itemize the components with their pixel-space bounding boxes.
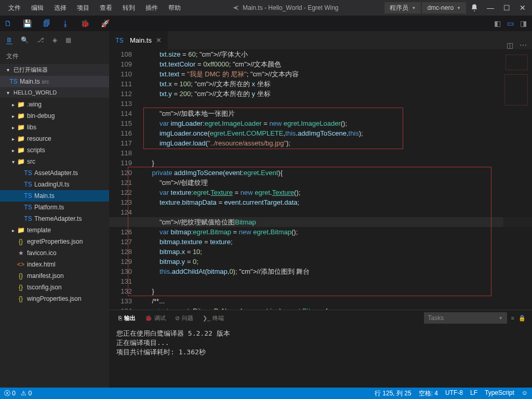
menu-4[interactable]: 查看: [95, 1, 117, 16]
panel-output[interactable]: 您正在使用白鹭编译器 5.2.22 版本 正在编译项目... 项目共计编译耗时:…: [109, 326, 532, 388]
wing-icon: [232, 4, 240, 11]
scm-icon[interactable]: ⎇: [37, 36, 44, 44]
panel-tab-terminal[interactable]: ❯_ 终端: [200, 313, 227, 323]
menu-3[interactable]: 项目: [72, 1, 95, 16]
panel: ⎘ 输出 🐞 调试 ⊘ 问题 ❯_ 终端 Tasks▼ ≡ 🔒 您正在使用白鹭编…: [109, 310, 532, 388]
launch-icon[interactable]: 🚀: [101, 19, 110, 28]
file-egretProperties.json[interactable]: {}egretProperties.json: [0, 236, 109, 247]
folder-.wing[interactable]: ▸📁.wing: [0, 99, 109, 110]
close-button[interactable]: ✕: [515, 2, 530, 14]
file-wingProperties.json[interactable]: {}wingProperties.json: [0, 293, 109, 304]
status-spaces[interactable]: 空格: 4: [419, 389, 438, 398]
minimize-button[interactable]: —: [483, 2, 498, 14]
menu-5[interactable]: 转到: [117, 1, 140, 16]
layout-split-v-icon[interactable]: ◨: [519, 18, 528, 29]
layout-split-h-icon[interactable]: ◧: [493, 18, 502, 29]
download-icon[interactable]: ⭳: [62, 19, 69, 28]
folder-scripts[interactable]: ▸📁scripts: [0, 144, 109, 156]
role-dropdown[interactable]: 程序员▼: [384, 2, 421, 14]
editor: TS Main.ts ✕ ◫ ⋯ 10810911011111211311411…: [109, 31, 532, 388]
status-bar: ⓧ 0 ⚠ 0 行 125, 列 25 空格: 4 UTF-8 LF TypeS…: [0, 388, 532, 399]
debug-icon[interactable]: 🐞: [81, 19, 89, 28]
split-editor-icon[interactable]: ◫: [507, 41, 513, 49]
panel-tab-problems[interactable]: ⊘ 问题: [172, 313, 196, 323]
menu-2[interactable]: 选择: [49, 1, 72, 16]
status-encoding[interactable]: UTF-8: [445, 389, 463, 398]
folder-bin-debug[interactable]: ▸📁bin-debug: [0, 110, 109, 122]
file-favicon.ico[interactable]: ★favicon.ico: [0, 247, 109, 259]
open-editor-item[interactable]: TSMain.ts src: [0, 76, 109, 87]
file-Main.ts[interactable]: TSMain.ts: [0, 190, 109, 202]
file-manifest.json[interactable]: {}manifest.json: [0, 270, 109, 282]
panel-tab-debug[interactable]: 🐞 调试: [142, 313, 169, 323]
explorer-icon[interactable]: 🗎: [6, 36, 12, 44]
folder-src[interactable]: ▾📁src: [0, 156, 109, 167]
menu-items: 文件编辑选择项目查看转到插件帮助: [0, 1, 186, 16]
menu-0[interactable]: 文件: [3, 1, 26, 16]
code-area[interactable]: 1081091101111121131141151161171181191201…: [109, 49, 532, 310]
window-title: Main.ts - Hello_World - Egret Wing: [186, 4, 384, 11]
status-feedback-icon[interactable]: ☺: [522, 389, 528, 398]
folder-template[interactable]: ▸📁template: [0, 224, 109, 236]
minimap[interactable]: [503, 49, 532, 310]
save-all-icon[interactable]: 🗐: [43, 19, 50, 28]
file-AssetAdapter.ts[interactable]: TSAssetAdapter.ts: [0, 167, 109, 179]
file-Platform.ts[interactable]: TSPlatform.ts: [0, 202, 109, 213]
project-header[interactable]: ▾HELLO_WORLD: [0, 87, 109, 98]
save-icon[interactable]: 💾: [23, 19, 32, 28]
status-eol[interactable]: LF: [470, 389, 477, 398]
search-icon[interactable]: 🔍: [21, 36, 29, 44]
ts-icon: TS: [115, 37, 124, 44]
file-index.html[interactable]: <>index.html: [0, 259, 109, 270]
file-tsconfig.json[interactable]: {}tsconfig.json: [0, 282, 109, 293]
folder-resource[interactable]: ▸📁resource: [0, 133, 109, 144]
open-editors-header[interactable]: ▾已打开编辑器: [0, 64, 109, 76]
sidebar-title: 文件: [0, 49, 109, 64]
close-tab-icon[interactable]: ✕: [156, 36, 162, 44]
clear-output-icon[interactable]: ≡: [511, 315, 514, 321]
tasks-dropdown[interactable]: Tasks▼: [424, 312, 507, 324]
tabbar: TS Main.ts ✕ ◫ ⋯: [109, 31, 532, 49]
status-lang[interactable]: TypeScript: [485, 389, 514, 398]
status-warnings[interactable]: ⚠ 0: [21, 390, 32, 397]
maximize-button[interactable]: ☐: [499, 2, 514, 14]
more-icon[interactable]: ⋯: [520, 41, 527, 49]
panel-tab-output[interactable]: ⎘ 输出: [115, 313, 139, 323]
sidebar: 🗎 🔍 ⎇ ◈ ▦ 文件 ▾已打开编辑器 TSMain.ts src ▾HELL…: [0, 31, 109, 388]
layout-full-icon[interactable]: ▭: [506, 18, 515, 29]
file-ThemeAdapter.ts[interactable]: TSThemeAdapter.ts: [0, 213, 109, 224]
bell-icon[interactable]: [467, 4, 482, 12]
lock-output-icon[interactable]: 🔒: [518, 315, 526, 322]
status-cursor[interactable]: 行 125, 列 25: [375, 389, 411, 398]
file-LoadingUI.ts[interactable]: TSLoadingUI.ts: [0, 179, 109, 190]
folder-libs[interactable]: ▸📁libs: [0, 122, 109, 133]
file-tree: ▸📁.wing▸📁bin-debug▸📁libs▸📁resource▸📁scri…: [0, 98, 109, 388]
menu-1[interactable]: 编辑: [26, 1, 49, 16]
menu-7[interactable]: 帮助: [163, 1, 186, 16]
toolbar: 🗋 💾 🗐 ⭳ 🐞 🚀 ◧ ▭ ◨: [0, 16, 532, 31]
ext-icon[interactable]: ▦: [65, 36, 71, 44]
menubar: 文件编辑选择项目查看转到插件帮助 Main.ts - Hello_World -…: [0, 0, 532, 16]
user-dropdown[interactable]: dmc-nero▼: [422, 2, 466, 14]
tab-main-ts[interactable]: TS Main.ts ✕: [109, 31, 168, 49]
menu-6[interactable]: 插件: [140, 1, 163, 16]
status-errors[interactable]: ⓧ 0: [4, 389, 16, 398]
debug2-icon[interactable]: ◈: [52, 36, 57, 44]
new-file-icon[interactable]: 🗋: [4, 19, 11, 28]
